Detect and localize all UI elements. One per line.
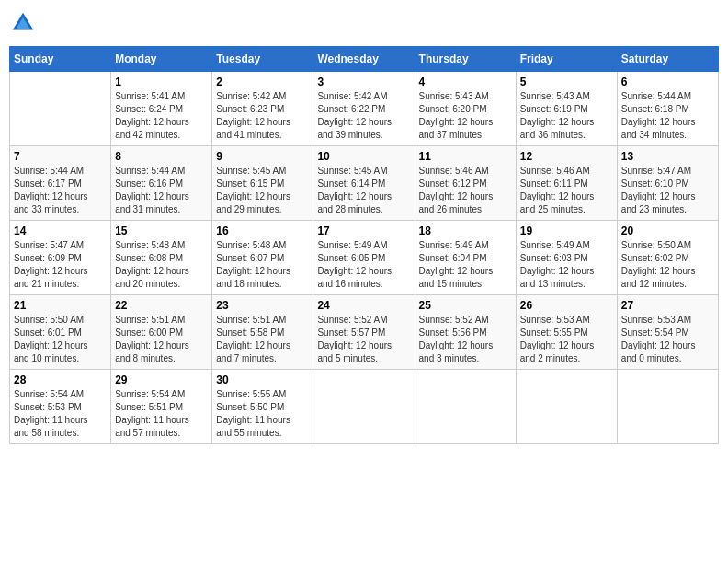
- day-number: 10: [317, 150, 410, 163]
- day-number: 8: [115, 150, 208, 163]
- calendar-cell: 24Sunrise: 5:52 AM Sunset: 5:57 PM Dayli…: [313, 295, 415, 370]
- day-number: 5: [520, 75, 613, 88]
- day-number: 4: [419, 75, 512, 88]
- calendar-cell: 23Sunrise: 5:51 AM Sunset: 5:58 PM Dayli…: [212, 295, 313, 370]
- day-number: 26: [520, 299, 613, 312]
- day-info: Sunrise: 5:49 AM Sunset: 6:05 PM Dayligh…: [317, 239, 410, 291]
- day-info: Sunrise: 5:44 AM Sunset: 6:18 PM Dayligh…: [621, 90, 714, 142]
- day-info: Sunrise: 5:47 AM Sunset: 6:09 PM Dayligh…: [14, 239, 107, 291]
- day-number: 23: [216, 299, 309, 312]
- calendar-cell: 8Sunrise: 5:44 AM Sunset: 6:16 PM Daylig…: [111, 146, 212, 221]
- calendar-cell: [617, 370, 718, 444]
- calendar-cell: 21Sunrise: 5:50 AM Sunset: 6:01 PM Dayli…: [10, 295, 111, 370]
- calendar-cell: 29Sunrise: 5:54 AM Sunset: 5:51 PM Dayli…: [111, 370, 212, 444]
- day-info: Sunrise: 5:45 AM Sunset: 6:14 PM Dayligh…: [317, 165, 410, 216]
- calendar-cell: 30Sunrise: 5:55 AM Sunset: 5:50 PM Dayli…: [212, 370, 313, 444]
- day-info: Sunrise: 5:54 AM Sunset: 5:53 PM Dayligh…: [14, 388, 107, 440]
- calendar-cell: [516, 370, 617, 444]
- day-number: 3: [317, 75, 410, 88]
- calendar-cell: [415, 370, 516, 444]
- col-header-friday: Friday: [516, 47, 617, 72]
- day-number: 22: [115, 299, 208, 312]
- calendar-cell: [10, 72, 111, 146]
- day-info: Sunrise: 5:53 AM Sunset: 5:54 PM Dayligh…: [621, 314, 714, 365]
- day-number: 2: [216, 75, 309, 88]
- calendar-cell: 18Sunrise: 5:49 AM Sunset: 6:04 PM Dayli…: [415, 221, 516, 295]
- day-number: 20: [621, 224, 714, 237]
- calendar-cell: [313, 370, 415, 444]
- day-number: 13: [621, 150, 714, 163]
- day-number: 19: [520, 224, 613, 237]
- calendar-week-2: 7Sunrise: 5:44 AM Sunset: 6:17 PM Daylig…: [10, 146, 719, 221]
- day-number: 25: [419, 299, 512, 312]
- page-header: [9, 9, 719, 37]
- day-number: 7: [14, 150, 107, 163]
- calendar-table: SundayMondayTuesdayWednesdayThursdayFrid…: [9, 46, 719, 444]
- day-info: Sunrise: 5:49 AM Sunset: 6:03 PM Dayligh…: [520, 239, 613, 291]
- calendar-cell: 11Sunrise: 5:46 AM Sunset: 6:12 PM Dayli…: [415, 146, 516, 221]
- day-number: 18: [419, 224, 512, 237]
- calendar-header-row: SundayMondayTuesdayWednesdayThursdayFrid…: [10, 47, 719, 72]
- calendar-cell: 27Sunrise: 5:53 AM Sunset: 5:54 PM Dayli…: [617, 295, 718, 370]
- day-info: Sunrise: 5:47 AM Sunset: 6:10 PM Dayligh…: [621, 165, 714, 216]
- day-number: 29: [115, 373, 208, 386]
- day-info: Sunrise: 5:45 AM Sunset: 6:15 PM Dayligh…: [216, 165, 309, 216]
- day-number: 1: [115, 75, 208, 88]
- calendar-cell: 17Sunrise: 5:49 AM Sunset: 6:05 PM Dayli…: [313, 221, 415, 295]
- calendar-cell: 1Sunrise: 5:41 AM Sunset: 6:24 PM Daylig…: [111, 72, 212, 146]
- calendar-cell: 19Sunrise: 5:49 AM Sunset: 6:03 PM Dayli…: [516, 221, 617, 295]
- day-info: Sunrise: 5:55 AM Sunset: 5:50 PM Dayligh…: [216, 388, 309, 440]
- calendar-cell: 5Sunrise: 5:43 AM Sunset: 6:19 PM Daylig…: [516, 72, 617, 146]
- day-number: 12: [520, 150, 613, 163]
- day-number: 24: [317, 299, 410, 312]
- day-info: Sunrise: 5:46 AM Sunset: 6:11 PM Dayligh…: [520, 165, 613, 216]
- day-number: 15: [115, 224, 208, 237]
- day-info: Sunrise: 5:42 AM Sunset: 6:22 PM Dayligh…: [317, 90, 410, 142]
- calendar-cell: 22Sunrise: 5:51 AM Sunset: 6:00 PM Dayli…: [111, 295, 212, 370]
- day-info: Sunrise: 5:43 AM Sunset: 6:20 PM Dayligh…: [419, 90, 512, 142]
- day-info: Sunrise: 5:50 AM Sunset: 6:01 PM Dayligh…: [14, 314, 107, 365]
- col-header-sunday: Sunday: [10, 47, 111, 72]
- calendar-cell: 13Sunrise: 5:47 AM Sunset: 6:10 PM Dayli…: [617, 146, 718, 221]
- calendar-cell: 20Sunrise: 5:50 AM Sunset: 6:02 PM Dayli…: [617, 221, 718, 295]
- calendar-cell: 26Sunrise: 5:53 AM Sunset: 5:55 PM Dayli…: [516, 295, 617, 370]
- day-number: 9: [216, 150, 309, 163]
- calendar-cell: 4Sunrise: 5:43 AM Sunset: 6:20 PM Daylig…: [415, 72, 516, 146]
- day-info: Sunrise: 5:42 AM Sunset: 6:23 PM Dayligh…: [216, 90, 309, 142]
- day-number: 17: [317, 224, 410, 237]
- day-info: Sunrise: 5:48 AM Sunset: 6:08 PM Dayligh…: [115, 239, 208, 291]
- calendar-cell: 15Sunrise: 5:48 AM Sunset: 6:08 PM Dayli…: [111, 221, 212, 295]
- day-info: Sunrise: 5:41 AM Sunset: 6:24 PM Dayligh…: [115, 90, 208, 142]
- col-header-tuesday: Tuesday: [212, 47, 313, 72]
- calendar-cell: 7Sunrise: 5:44 AM Sunset: 6:17 PM Daylig…: [10, 146, 111, 221]
- col-header-saturday: Saturday: [617, 47, 718, 72]
- calendar-cell: 14Sunrise: 5:47 AM Sunset: 6:09 PM Dayli…: [10, 221, 111, 295]
- day-info: Sunrise: 5:52 AM Sunset: 5:56 PM Dayligh…: [419, 314, 512, 365]
- day-info: Sunrise: 5:44 AM Sunset: 6:17 PM Dayligh…: [14, 165, 107, 216]
- day-info: Sunrise: 5:53 AM Sunset: 5:55 PM Dayligh…: [520, 314, 613, 365]
- day-info: Sunrise: 5:51 AM Sunset: 6:00 PM Dayligh…: [115, 314, 208, 365]
- day-number: 16: [216, 224, 309, 237]
- day-number: 6: [621, 75, 714, 88]
- calendar-cell: 25Sunrise: 5:52 AM Sunset: 5:56 PM Dayli…: [415, 295, 516, 370]
- col-header-thursday: Thursday: [415, 47, 516, 72]
- day-info: Sunrise: 5:48 AM Sunset: 6:07 PM Dayligh…: [216, 239, 309, 291]
- calendar-cell: 9Sunrise: 5:45 AM Sunset: 6:15 PM Daylig…: [212, 146, 313, 221]
- day-info: Sunrise: 5:44 AM Sunset: 6:16 PM Dayligh…: [115, 165, 208, 216]
- day-number: 21: [14, 299, 107, 312]
- calendar-cell: 10Sunrise: 5:45 AM Sunset: 6:14 PM Dayli…: [313, 146, 415, 221]
- day-info: Sunrise: 5:46 AM Sunset: 6:12 PM Dayligh…: [419, 165, 512, 216]
- col-header-wednesday: Wednesday: [313, 47, 415, 72]
- day-number: 30: [216, 373, 309, 386]
- calendar-cell: 6Sunrise: 5:44 AM Sunset: 6:18 PM Daylig…: [617, 72, 718, 146]
- calendar-cell: 2Sunrise: 5:42 AM Sunset: 6:23 PM Daylig…: [212, 72, 313, 146]
- calendar-week-1: 1Sunrise: 5:41 AM Sunset: 6:24 PM Daylig…: [10, 72, 719, 146]
- day-info: Sunrise: 5:50 AM Sunset: 6:02 PM Dayligh…: [621, 239, 714, 291]
- calendar-cell: 16Sunrise: 5:48 AM Sunset: 6:07 PM Dayli…: [212, 221, 313, 295]
- calendar-cell: 3Sunrise: 5:42 AM Sunset: 6:22 PM Daylig…: [313, 72, 415, 146]
- day-info: Sunrise: 5:43 AM Sunset: 6:19 PM Dayligh…: [520, 90, 613, 142]
- calendar-week-5: 28Sunrise: 5:54 AM Sunset: 5:53 PM Dayli…: [10, 370, 719, 444]
- day-info: Sunrise: 5:51 AM Sunset: 5:58 PM Dayligh…: [216, 314, 309, 365]
- day-number: 11: [419, 150, 512, 163]
- day-info: Sunrise: 5:49 AM Sunset: 6:04 PM Dayligh…: [419, 239, 512, 291]
